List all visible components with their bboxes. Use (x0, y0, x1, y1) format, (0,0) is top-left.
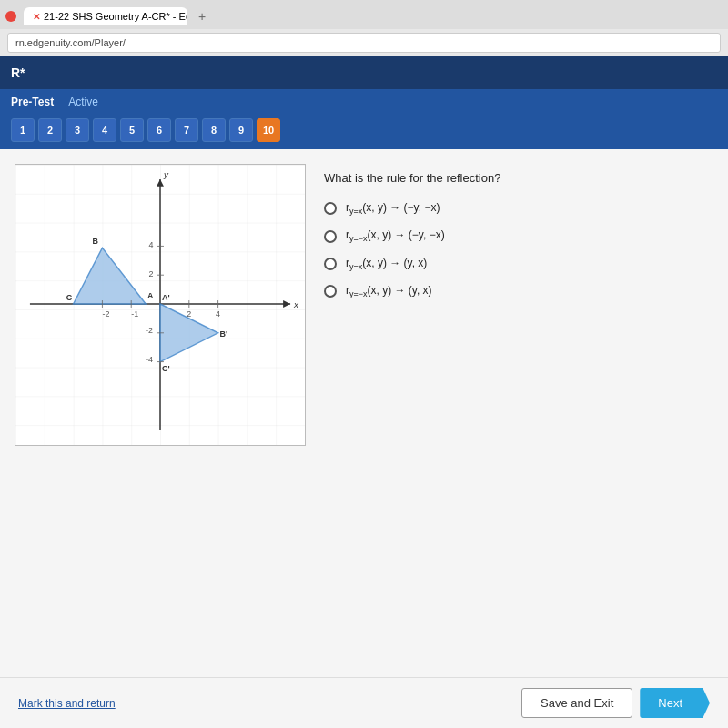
next-button[interactable]: Next (640, 688, 710, 718)
svg-text:B: B (92, 237, 98, 246)
bottom-buttons: Save and Exit Next (521, 688, 710, 718)
answer-option-4[interactable]: ry=−x(x, y) → (y, x) (324, 284, 713, 298)
sub-header: Pre-Test Active (0, 89, 728, 115)
tab-bar: ✕ 21-22 SHS Geometry A-CR* - Edg + (0, 0, 728, 29)
svg-text:A: A (147, 291, 154, 300)
answer-option-3[interactable]: ry=x(x, y) → (y, x) (324, 257, 713, 271)
mark-return-link[interactable]: Mark this and return (18, 697, 116, 710)
svg-text:4: 4 (216, 309, 220, 318)
svg-text:y: y (163, 169, 169, 179)
svg-text:4: 4 (149, 240, 154, 249)
radio-3[interactable] (324, 258, 337, 270)
course-title: R* (11, 66, 25, 80)
section-label: Pre-Test (11, 96, 54, 108)
svg-text:-1: -1 (131, 309, 138, 318)
tab-x-icon: ✕ (33, 12, 40, 22)
answer-option-1[interactable]: ry=x(x, y) → (−y, −x) (324, 201, 713, 216)
bottom-bar: Mark this and return Save and Exit Next (0, 677, 728, 728)
svg-text:-2: -2 (146, 326, 153, 335)
svg-text:A': A' (162, 293, 170, 302)
graph-container: x y -2 -1 2 4 4 2 -2 -4 A B C A' (15, 164, 306, 446)
question-area: What is the rule for the reflection? ry=… (324, 164, 713, 662)
app-header: R* (0, 56, 728, 89)
coordinate-graph: x y -2 -1 2 4 4 2 -2 -4 A B C A' (15, 165, 305, 445)
svg-text:-4: -4 (146, 355, 153, 364)
url-text: rn.edgenuity.com/Player/ (15, 37, 126, 48)
svg-text:C': C' (162, 364, 170, 373)
browser-chrome: ✕ 21-22 SHS Geometry A-CR* - Edg + rn.ed… (0, 0, 728, 53)
q-btn-5[interactable]: 5 (120, 118, 144, 142)
answer-option-2[interactable]: ry=−x(x, y) → (−y, −x) (324, 228, 713, 243)
q-btn-8[interactable]: 8 (202, 118, 226, 142)
q-btn-10[interactable]: 10 (257, 118, 280, 142)
q-btn-2[interactable]: 2 (38, 118, 62, 142)
address-bar[interactable]: rn.edgenuity.com/Player/ (7, 33, 721, 53)
active-tab[interactable]: ✕ 21-22 SHS Geometry A-CR* - Edg (24, 7, 187, 25)
save-exit-button[interactable]: Save and Exit (521, 688, 632, 718)
svg-text:-2: -2 (102, 309, 109, 318)
tab-label: 21-22 SHS Geometry A-CR* - Edg (44, 11, 187, 22)
svg-text:x: x (293, 299, 299, 309)
status-label: Active (68, 96, 98, 108)
option-text-1: ry=x(x, y) → (−y, −x) (346, 201, 440, 216)
radio-1[interactable] (324, 202, 337, 215)
option-text-4: ry=−x(x, y) → (y, x) (346, 284, 432, 298)
svg-text:B': B' (220, 329, 228, 339)
radio-4[interactable] (324, 285, 337, 298)
q-btn-1[interactable]: 1 (11, 118, 35, 142)
q-btn-3[interactable]: 3 (66, 118, 89, 142)
option-text-2: ry=−x(x, y) → (−y, −x) (346, 228, 445, 243)
question-text: What is the rule for the reflection? (324, 171, 713, 185)
main-content: x y -2 -1 2 4 4 2 -2 -4 A B C A' (0, 149, 728, 677)
q-btn-4[interactable]: 4 (93, 118, 116, 142)
q-btn-9[interactable]: 9 (229, 118, 253, 142)
new-tab-button[interactable]: + (191, 5, 213, 27)
q-btn-7[interactable]: 7 (175, 118, 198, 142)
option-text-3: ry=x(x, y) → (y, x) (346, 257, 427, 271)
radio-2[interactable] (324, 230, 337, 243)
question-nav: 1 2 3 4 5 6 7 8 9 10 (0, 115, 728, 149)
svg-text:2: 2 (149, 269, 154, 278)
close-icon[interactable] (5, 11, 16, 22)
q-btn-6[interactable]: 6 (147, 118, 171, 142)
svg-text:C: C (66, 293, 73, 302)
